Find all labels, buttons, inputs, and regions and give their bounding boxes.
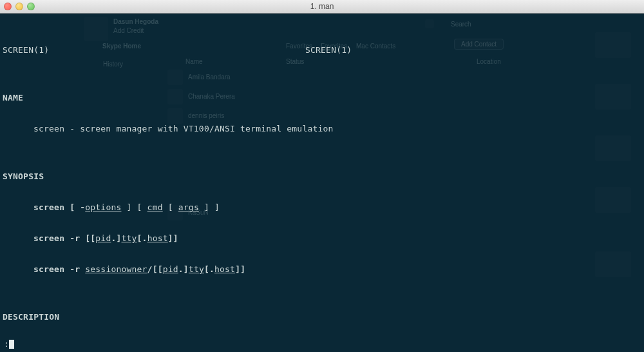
section-synopsis-heading: SYNOPSIS [3, 171, 641, 182]
man-header: SCREEN(1) SCREEN(1) [3, 45, 641, 55]
zoom-icon[interactable] [27, 3, 35, 10]
terminal-output[interactable]: SCREEN(1) SCREEN(1) NAME screen - screen… [0, 13, 644, 352]
pager-prompt[interactable]: : [4, 339, 14, 349]
section-name-heading: NAME [3, 93, 641, 103]
minimize-icon[interactable] [15, 3, 23, 10]
man-header-left: SCREEN(1) [3, 45, 305, 55]
close-icon[interactable] [4, 3, 12, 10]
window-title: 1. man [0, 2, 644, 11]
window-controls [0, 3, 35, 10]
section-name-body: screen - screen manager with VT100/ANSI … [3, 124, 401, 134]
synopsis-line-3: screen -r sessionowner/[[pid.]tty[.host]… [3, 264, 401, 275]
pager-colon: : [4, 339, 9, 349]
window-titlebar: 1. man [0, 0, 644, 14]
cursor-block [9, 340, 14, 349]
synopsis-line-1: screen [ -options ] [ cmd [ args ] ] [3, 202, 401, 213]
man-header-right: SCREEN(1) [305, 45, 352, 55]
synopsis-line-2: screen -r [[pid.]tty[.host]] [3, 233, 401, 244]
section-description-heading: DESCRIPTION [3, 312, 641, 322]
